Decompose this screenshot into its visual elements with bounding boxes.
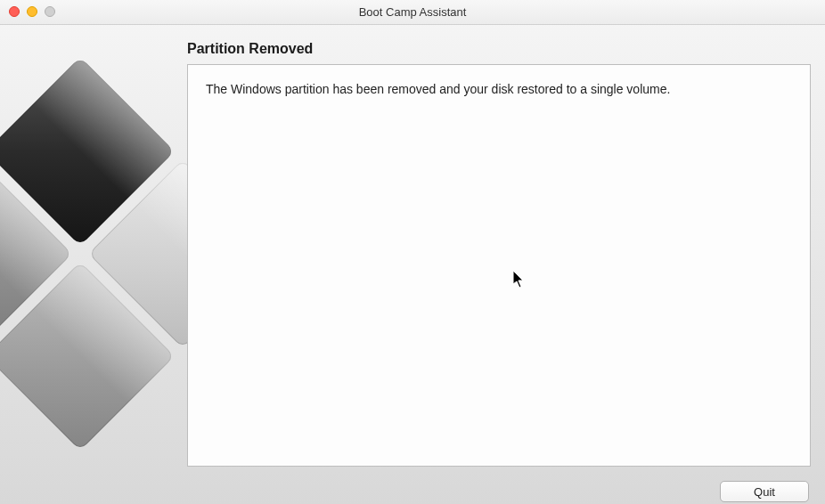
window-title: Boot Camp Assistant xyxy=(359,5,467,19)
window-titlebar: Boot Camp Assistant xyxy=(0,0,825,25)
content-panel: The Windows partition has been removed a… xyxy=(187,64,811,467)
quit-button[interactable]: Quit xyxy=(720,481,809,502)
minimize-window-button[interactable] xyxy=(27,6,37,17)
traffic-lights xyxy=(9,6,55,17)
zoom-window-button xyxy=(45,6,55,17)
page-heading: Partition Removed xyxy=(187,41,313,57)
quit-button-label: Quit xyxy=(754,485,775,499)
close-window-button[interactable] xyxy=(9,6,20,17)
body-text: The Windows partition has been removed a… xyxy=(206,81,792,99)
